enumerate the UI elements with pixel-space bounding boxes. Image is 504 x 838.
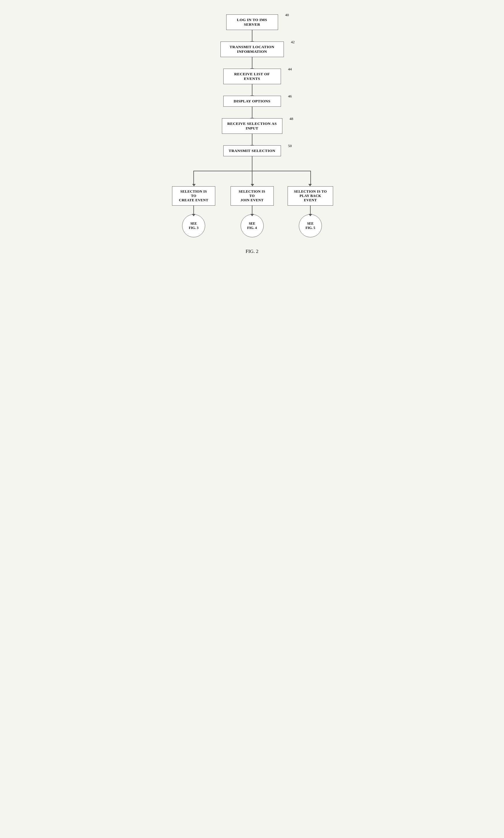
node-create-label: SELECTION IS TOCREATE EVENT: [179, 190, 208, 202]
arrow-4: [252, 107, 252, 118]
node-display-opts: DISPLAY OPTIONS: [223, 96, 281, 107]
node-join-event: SELECTION IS TOJOIN EVENT: [231, 186, 274, 206]
node-transmit-loc: TRANSMIT LOCATIONINFORMATION: [220, 41, 284, 57]
node-join-label: SELECTION IS TOJOIN EVENT: [239, 190, 265, 202]
center-v-line: [252, 171, 252, 185]
ref-40: 40: [285, 13, 289, 17]
left-v-line: [193, 171, 194, 185]
node-receive-sel-label: RECEIVE SELECTION ASINPUT: [227, 121, 277, 130]
node-transmit-sel: TRANSMIT SELECTION: [223, 145, 281, 156]
circle-fig4-label: SEEFIG. 4: [247, 222, 257, 230]
circle-fig5: SEEFIG. 5: [299, 214, 322, 237]
circle-fig4: SEEFIG. 4: [240, 214, 264, 237]
diagram-container: LOG IN TO IMS SERVER 40 TRANSMIT LOCATIO…: [166, 6, 339, 272]
stem-line: [252, 156, 252, 171]
right-arrow: [308, 184, 312, 186]
arrow-5: [252, 134, 252, 145]
node-login-label: LOG IN TO IMS SERVER: [237, 18, 267, 27]
fig-caption: FIG. 2: [246, 248, 258, 254]
left-arrow: [192, 184, 196, 186]
ref-50: 50: [288, 144, 292, 148]
node-receive-sel: RECEIVE SELECTION ASINPUT: [222, 118, 283, 134]
node-transmit-sel-label: TRANSMIT SELECTION: [229, 149, 275, 153]
node-transmit-loc-label: TRANSMIT LOCATIONINFORMATION: [230, 45, 274, 54]
ref-46: 46: [288, 94, 292, 99]
node-receive-list: RECEIVE LIST OFEVENTS: [223, 69, 281, 84]
circle-fig3: SEEFIG. 3: [182, 214, 205, 237]
right-v-line: [310, 171, 311, 185]
node-login: LOG IN TO IMS SERVER: [226, 14, 278, 30]
center-arrow: [251, 184, 254, 186]
ref-44: 44: [288, 67, 292, 71]
ref-48: 48: [290, 117, 293, 121]
arrow-create-tip: [192, 214, 195, 216]
node-playback-event: SELECTION IS TOPLAY BACK EVENT: [288, 186, 333, 206]
circle-fig5-label: SEEFIG. 5: [305, 222, 315, 230]
arrow-3: [252, 84, 252, 96]
fig-caption-label: FIG. 2: [246, 248, 258, 254]
node-receive-list-label: RECEIVE LIST OFEVENTS: [234, 72, 270, 81]
arrow-playback-tip: [309, 214, 312, 216]
arrow-playback: [310, 206, 311, 214]
arrow-join: [252, 206, 252, 214]
node-create-event: SELECTION IS TOCREATE EVENT: [172, 186, 215, 206]
arrow-create: [193, 206, 194, 214]
circle-fig3-label: SEEFIG. 3: [189, 222, 198, 230]
node-playback-label: SELECTION IS TOPLAY BACK EVENT: [294, 190, 327, 202]
arrow-2: [252, 57, 252, 69]
ref-42: 42: [291, 40, 295, 45]
branch-boxes-row: SELECTION IS TOCREATE EVENT SEEFIG. 3 SE…: [168, 186, 336, 237]
arrow-1: [252, 30, 252, 41]
node-display-opts-label: DISPLAY OPTIONS: [234, 99, 271, 103]
arrow-join-tip: [250, 214, 254, 216]
